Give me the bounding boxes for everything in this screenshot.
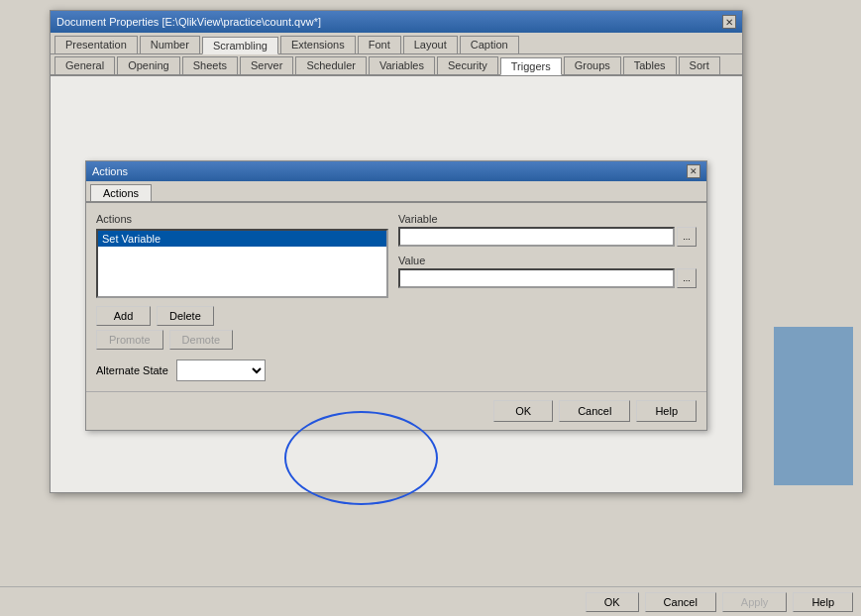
value-field-group: Value ...	[398, 255, 697, 288]
doc-props-title: Document Properties [E:\QlikView\practic…	[56, 16, 321, 28]
doc-props-window: Document Properties [E:\QlikView\practic…	[50, 10, 743, 493]
actions-listbox[interactable]: Set Variable	[96, 229, 388, 298]
alternate-state-section: Alternate State	[96, 359, 388, 381]
tab-number[interactable]: Number	[140, 36, 200, 53]
tab-row-2: General Opening Sheets Server Scheduler …	[51, 54, 742, 76]
actions-section-label: Actions	[96, 213, 388, 225]
value-input[interactable]	[398, 268, 675, 288]
value-row: ...	[398, 268, 697, 288]
value-browse-button[interactable]: ...	[677, 268, 697, 288]
doc-props-titlebar: Document Properties [E:\QlikView\practic…	[51, 11, 742, 33]
actions-titlebar: Actions ✕	[86, 161, 706, 181]
actions-tab-row: Actions	[86, 181, 706, 203]
tab-triggers[interactable]: Triggers	[500, 57, 562, 75]
value-label: Value	[398, 255, 697, 266]
actions-main: Actions Set Variable Add Delete Promote …	[96, 213, 697, 381]
ok-button[interactable]: OK	[493, 400, 553, 422]
alternate-state-select[interactable]	[176, 359, 266, 381]
blue-sidebar	[774, 327, 853, 485]
cancel-button[interactable]: Cancel	[559, 400, 630, 422]
bottom-apply-button[interactable]: Apply	[722, 592, 788, 612]
actions-title: Actions	[92, 165, 128, 177]
demote-button[interactable]: Demote	[169, 330, 234, 350]
actions-body: Actions Set Variable Add Delete Promote …	[86, 203, 706, 391]
alternate-state-label: Alternate State	[96, 364, 168, 376]
variable-input[interactable]	[398, 227, 675, 247]
tab-extensions[interactable]: Extensions	[280, 36, 356, 53]
tab-font[interactable]: Font	[358, 36, 401, 53]
actions-right-panel: Variable ... Value ...	[398, 213, 697, 381]
doc-props-close-button[interactable]: ✕	[722, 15, 736, 29]
promote-button[interactable]: Promote	[96, 330, 163, 350]
tab-general[interactable]: General	[54, 56, 115, 74]
actions-left-panel: Actions Set Variable Add Delete Promote …	[96, 213, 388, 381]
tab-server[interactable]: Server	[240, 56, 293, 74]
bottom-cancel-button[interactable]: Cancel	[645, 592, 716, 612]
bottom-ok-button[interactable]: OK	[586, 592, 639, 612]
variable-row: ...	[398, 227, 697, 247]
tab-scrambling[interactable]: Scrambling	[202, 37, 278, 54]
tab-sheets[interactable]: Sheets	[182, 56, 238, 74]
actions-close-button[interactable]: ✕	[687, 164, 700, 178]
add-button[interactable]: Add	[96, 306, 151, 326]
doc-props-content: D Actions ✕ Actions Actions Set Variabl	[51, 76, 742, 492]
tab-caption[interactable]: Caption	[460, 36, 519, 53]
tab-security[interactable]: Security	[437, 56, 498, 74]
tab-variables[interactable]: Variables	[369, 56, 435, 74]
tab-groups[interactable]: Groups	[564, 56, 621, 74]
promote-demote-row: Promote Demote	[96, 330, 388, 350]
actions-tab[interactable]: Actions	[90, 184, 152, 201]
tab-layout[interactable]: Layout	[403, 36, 458, 53]
tab-sort[interactable]: Sort	[679, 56, 720, 74]
variable-field-group: Variable ...	[398, 213, 697, 247]
delete-button[interactable]: Delete	[157, 306, 214, 326]
variable-label: Variable	[398, 213, 697, 225]
tab-presentation[interactable]: Presentation	[54, 36, 138, 53]
list-item-set-variable[interactable]: Set Variable	[98, 231, 386, 247]
help-button[interactable]: Help	[636, 400, 697, 422]
actions-dialog: Actions ✕ Actions Actions Set Variable	[85, 160, 707, 431]
tab-opening[interactable]: Opening	[117, 56, 180, 74]
bottom-bar: OK Cancel Apply Help	[0, 586, 861, 616]
variable-browse-button[interactable]: ...	[677, 227, 697, 247]
tab-scheduler[interactable]: Scheduler	[295, 56, 367, 74]
bottom-help-button[interactable]: Help	[793, 592, 853, 612]
tab-tables[interactable]: Tables	[623, 56, 677, 74]
actions-buttons-row: Add Delete	[96, 306, 388, 326]
tab-row-1: Presentation Number Scrambling Extension…	[51, 33, 742, 54]
actions-footer: OK Cancel Help	[86, 391, 706, 430]
